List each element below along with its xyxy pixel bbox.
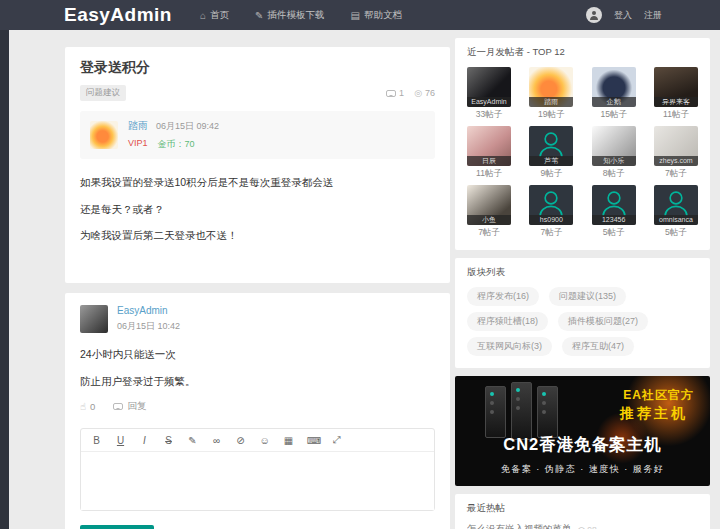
poster-avatar[interactable]: 123456 <box>592 185 636 225</box>
author-avatar[interactable] <box>90 121 118 149</box>
nav-item-docs[interactable]: ▤ 帮助文档 <box>350 9 401 22</box>
plugin-icon: ✎ <box>255 10 263 21</box>
strikethrough-icon[interactable]: S <box>163 435 174 446</box>
top-poster: 小鱼 7帖子 <box>467 185 511 244</box>
default-avatar-icon <box>661 188 691 218</box>
server-tower-graphic <box>485 386 506 438</box>
poster-avatar[interactable]: hs0900 <box>529 185 573 225</box>
eye-icon: ◎ <box>414 88 422 98</box>
page-left-edge <box>0 30 9 529</box>
nav-label: 帮助文档 <box>364 9 402 22</box>
board-pill[interactable]: 问题建议(135) <box>549 287 626 306</box>
poster-avatar[interactable]: 企鹅 <box>592 67 636 107</box>
reply-body: 24小时内只能送一次 防止用户登录过于频繁。 <box>80 347 435 388</box>
reply-button[interactable]: 回复 <box>113 400 146 413</box>
top-poster: 知小乐 8帖子 <box>592 126 636 185</box>
nav-label: 插件模板下载 <box>267 9 324 22</box>
poster-avatar[interactable]: zheys.com <box>654 126 698 166</box>
post-paragraph: 还是每天？或者？ <box>80 202 435 217</box>
default-avatar-icon <box>536 188 566 218</box>
ad-headline: CN2香港免备案主机 <box>455 434 710 456</box>
reply-actions: ☝ 0 回复 <box>80 400 435 413</box>
comment-count: 1 <box>386 88 404 98</box>
board-pill[interactable]: 程序发布(16) <box>467 287 539 306</box>
comment-icon <box>386 90 396 97</box>
thumbs-up-icon: ☝ <box>80 401 86 412</box>
unlink-icon[interactable]: ⊘ <box>235 435 246 446</box>
view-count: ◎ 76 <box>414 88 435 98</box>
main-nav: ⌂ 首页 ✎ 插件模板下载 ▤ 帮助文档 <box>200 9 402 22</box>
top-poster: 123456 5帖子 <box>592 185 636 244</box>
register-link[interactable]: 注册 <box>644 9 662 22</box>
top-poster: 芦苇 9帖子 <box>529 126 573 185</box>
coins-label: 金币：70 <box>158 138 195 151</box>
poster-avatar[interactable]: 踏雨 <box>529 67 573 107</box>
post-date: 06月15日 09:42 <box>156 120 219 133</box>
reply-textarea[interactable] <box>81 452 434 510</box>
top-poster: hs0900 7帖子 <box>529 185 573 244</box>
underline-icon[interactable]: U <box>115 435 126 446</box>
nav-item-home[interactable]: ⌂ 首页 <box>200 9 229 22</box>
vip-badge: VIP1 <box>128 138 148 151</box>
reply-card: EasyAdmin 06月15日 10:42 24小时内只能送一次 防止用户登录… <box>65 293 450 529</box>
poster-avatar[interactable]: EasyAdmin <box>467 67 511 107</box>
poster-avatar[interactable]: 小鱼 <box>467 185 511 225</box>
post-paragraph: 如果我设置的登录送10积分后是不是每次重登录都会送 <box>80 175 435 190</box>
top-posters-title: 近一月发帖者 - TOP 12 <box>467 46 698 59</box>
like-button[interactable]: ☝ 0 <box>80 401 95 412</box>
poster-avatar[interactable]: 知小乐 <box>592 126 636 166</box>
post-title: 登录送积分 <box>80 59 435 77</box>
top-navbar: EasyAdmin ⌂ 首页 ✎ 插件模板下载 ▤ 帮助文档 登入 注册 <box>0 0 720 30</box>
server-tower-graphic <box>511 382 532 440</box>
poster-avatar[interactable]: 芦苇 <box>529 126 573 166</box>
user-avatar-icon[interactable] <box>586 7 602 23</box>
ad-banner[interactable]: EA社区官方 推荐主机 CN2香港免备案主机 免备案 · 伪静态 · 速度快 ·… <box>455 376 710 486</box>
board-pill[interactable]: 插件模板问题(27) <box>558 312 648 331</box>
editor-toolbar: B U I S ✎ ∞ ⊘ ☺ ▦ ⌨ ⤢ <box>81 429 434 452</box>
category-badge[interactable]: 问题建议 <box>80 85 126 101</box>
poster-grid: EasyAdmin 33帖子 踏雨 19帖子 企鹅 15帖子 异界来客 <box>467 67 698 244</box>
code-icon[interactable]: ⌨ <box>307 435 318 446</box>
board-list-title: 版块列表 <box>467 266 698 279</box>
logo[interactable]: EasyAdmin <box>64 4 172 26</box>
poster-avatar[interactable]: 日辰 <box>467 126 511 166</box>
reply-author-link[interactable]: EasyAdmin <box>117 305 180 316</box>
ad-line2: 推荐主机 <box>620 405 688 423</box>
italic-icon[interactable]: I <box>139 435 150 446</box>
author-name-link[interactable]: 踏雨 <box>128 119 148 133</box>
top-posters-card: 近一月发帖者 - TOP 12 EasyAdmin 33帖子 踏雨 19帖子 企… <box>455 38 710 250</box>
top-poster: 日辰 11帖子 <box>467 126 511 185</box>
board-pill[interactable]: 互联网风向标(3) <box>467 337 552 356</box>
top-poster: 踏雨 19帖子 <box>529 67 573 126</box>
post-meta-row: 问题建议 1 ◎ 76 <box>80 85 435 101</box>
home-icon: ⌂ <box>200 10 206 21</box>
poster-avatar[interactable]: 异界来客 <box>654 67 698 107</box>
login-link[interactable]: 登入 <box>614 9 632 22</box>
top-poster: 企鹅 15帖子 <box>592 67 636 126</box>
reply-header: EasyAdmin 06月15日 10:42 <box>80 305 435 333</box>
board-pill[interactable]: 程序互助(47) <box>562 337 634 356</box>
reply-paragraph: 24小时内只能送一次 <box>80 347 435 362</box>
nav-label: 首页 <box>210 9 229 22</box>
board-pill[interactable]: 程序猿吐槽(18) <box>467 312 548 331</box>
hot-post-item[interactable]: 怎么没有嵌入视频的菜单 ◎98 <box>467 523 698 529</box>
poster-avatar[interactable]: omnisanca <box>654 185 698 225</box>
eye-icon: ◎ <box>578 525 586 529</box>
post-card: 登录送积分 问题建议 1 ◎ 76 踏雨 06月15日 09:42 VIP1 金… <box>65 47 450 283</box>
emoji-icon[interactable]: ☺ <box>259 435 270 446</box>
submit-reply-button[interactable]: 提交回复 <box>80 525 154 529</box>
link-icon[interactable]: ∞ <box>211 435 222 446</box>
docs-icon: ▤ <box>350 10 359 21</box>
default-avatar-icon <box>536 129 566 159</box>
top-poster: zheys.com 7帖子 <box>654 126 698 185</box>
ad-tagline: 免备案 · 伪静态 · 速度快 · 服务好 <box>455 463 710 476</box>
hot-posts-card: 最近热帖 怎么没有嵌入视频的菜单 ◎98 测试发邮箱出现问题。。。 ◎92 怎么… <box>455 494 710 529</box>
nav-item-downloads[interactable]: ✎ 插件模板下载 <box>255 9 324 22</box>
bold-icon[interactable]: B <box>91 435 102 446</box>
reply-editor: B U I S ✎ ∞ ⊘ ☺ ▦ ⌨ ⤢ <box>80 428 435 511</box>
reply-author-avatar[interactable] <box>80 305 108 333</box>
fullscreen-icon[interactable]: ⤢ <box>331 434 342 446</box>
image-icon[interactable]: ▦ <box>283 435 294 446</box>
pencil-icon[interactable]: ✎ <box>187 435 198 446</box>
hot-posts-title: 最近热帖 <box>467 502 698 515</box>
